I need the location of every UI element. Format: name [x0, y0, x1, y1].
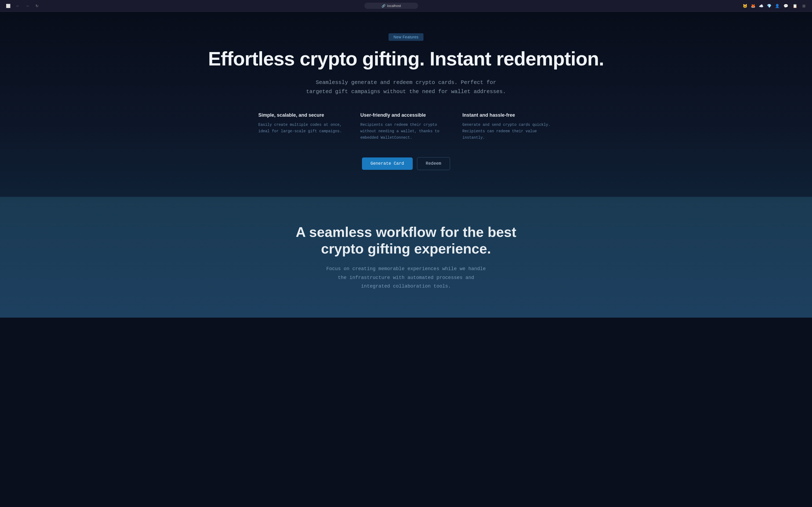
- generate-card-button[interactable]: Generate Card: [362, 158, 413, 170]
- feature-description-friendly: Recipients can redeem their crypto witho…: [360, 122, 452, 141]
- feature-title-friendly: User-friendly and accessible: [360, 112, 452, 118]
- sidebar-toggle-button[interactable]: ⬜: [4, 2, 12, 10]
- workflow-title: A seamless workflow for the best crypto …: [285, 224, 527, 257]
- metamask-icon[interactable]: 🦊: [750, 3, 756, 9]
- tampermonkey-icon[interactable]: 🐱: [742, 3, 748, 9]
- browser-controls: ⬜ ← → ↻: [4, 2, 41, 10]
- workflow-section: A seamless workflow for the best crypto …: [0, 197, 812, 318]
- workflow-subtitle: Focus on creating memorable experiences …: [325, 265, 487, 290]
- reader-action-button[interactable]: 📋: [791, 2, 799, 10]
- feature-description-instant: Generate and send crypto cards quickly. …: [462, 122, 554, 141]
- browser-extensions: 🐱 🦊 ☁️ 💎 👤 💬 📋 ⊞: [742, 2, 808, 10]
- feature-title-simple: Simple, scalable, and secure: [258, 112, 350, 118]
- back-button[interactable]: ←: [14, 2, 21, 10]
- feature-item-instant: Instant and hassle-free Generate and sen…: [462, 112, 554, 141]
- hero-title: Effortless crypto gifting. Instant redem…: [11, 48, 801, 69]
- user-extension-icon[interactable]: 👤: [774, 3, 780, 9]
- address-pill[interactable]: 🔗 localhost: [364, 3, 418, 9]
- browser-chrome: ⬜ ← → ↻ 🔗 localhost 🐱 🦊 ☁️ 💎 👤 💬 📋 ⊞: [0, 0, 812, 12]
- link-icon: 🔗: [382, 4, 386, 8]
- diamond-extension-icon[interactable]: 💎: [766, 3, 772, 9]
- refresh-button[interactable]: ↻: [33, 2, 41, 10]
- feature-item-simple: Simple, scalable, and secure Easily crea…: [258, 112, 350, 141]
- forward-button[interactable]: →: [23, 2, 31, 10]
- feature-item-friendly: User-friendly and accessible Recipients …: [360, 112, 452, 141]
- redeem-button[interactable]: Redeem: [417, 157, 450, 170]
- cloud-extension-icon[interactable]: ☁️: [758, 3, 764, 9]
- feature-description-simple: Easily create multiple codes at once, id…: [258, 122, 350, 135]
- address-bar: 🔗 localhost: [44, 3, 739, 9]
- split-view-button[interactable]: ⊞: [800, 2, 808, 10]
- hero-subtitle: Seamlessly generate and redeem crypto ca…: [304, 78, 508, 96]
- page-content: New Features Effortless crypto gifting. …: [0, 12, 812, 318]
- chat-action-button[interactable]: 💬: [782, 2, 790, 10]
- feature-title-instant: Instant and hassle-free: [462, 112, 554, 118]
- hero-section: New Features Effortless crypto gifting. …: [0, 12, 812, 197]
- features-grid: Simple, scalable, and secure Easily crea…: [258, 112, 554, 141]
- cta-buttons: Generate Card Redeem: [11, 157, 801, 170]
- url-text: localhost: [387, 4, 401, 8]
- new-features-badge: New Features: [389, 33, 423, 41]
